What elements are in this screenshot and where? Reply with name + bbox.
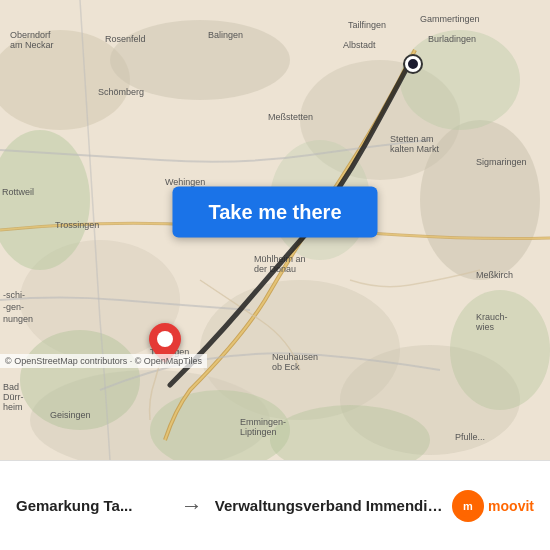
take-me-there-button[interactable]: Take me there bbox=[172, 186, 377, 237]
destination-marker bbox=[405, 56, 421, 72]
svg-text:Pfulle...: Pfulle... bbox=[455, 432, 485, 442]
svg-text:Burladingen: Burladingen bbox=[428, 34, 476, 44]
svg-text:Gammertingen: Gammertingen bbox=[420, 14, 480, 24]
moovit-text: moovit bbox=[488, 498, 534, 514]
svg-text:Bad: Bad bbox=[3, 382, 19, 392]
svg-text:heim: heim bbox=[3, 402, 23, 412]
svg-text:Liptingen: Liptingen bbox=[240, 427, 277, 437]
svg-point-13 bbox=[450, 290, 550, 410]
svg-text:Balingen: Balingen bbox=[208, 30, 243, 40]
svg-text:-schi-: -schi- bbox=[3, 290, 25, 300]
svg-text:wies: wies bbox=[475, 322, 495, 332]
svg-text:Sigmaringen: Sigmaringen bbox=[476, 157, 527, 167]
destination-name: Verwaltungsverband Immending... bbox=[215, 497, 444, 514]
svg-text:Dürr-: Dürr- bbox=[3, 392, 24, 402]
svg-text:Emmingen-: Emmingen- bbox=[240, 417, 286, 427]
origin-name: Gemarkung Ta... bbox=[16, 497, 169, 514]
footer-origin: Gemarkung Ta... bbox=[16, 497, 169, 514]
svg-text:Neuhausen: Neuhausen bbox=[272, 352, 318, 362]
svg-text:Stetten am: Stetten am bbox=[390, 134, 434, 144]
svg-text:Geisingen: Geisingen bbox=[50, 410, 91, 420]
svg-text:Schömberg: Schömberg bbox=[98, 87, 144, 97]
svg-text:m: m bbox=[463, 500, 473, 512]
svg-text:Oberndorf: Oberndorf bbox=[10, 30, 51, 40]
svg-text:Krauch-: Krauch- bbox=[476, 312, 508, 322]
svg-text:-gen-: -gen- bbox=[3, 302, 24, 312]
footer: Gemarkung Ta... → Verwaltungsverband Imm… bbox=[0, 460, 550, 550]
svg-text:Meßkirch: Meßkirch bbox=[476, 270, 513, 280]
svg-text:Trossingen: Trossingen bbox=[55, 220, 99, 230]
moovit-logo: m moovit bbox=[452, 490, 534, 522]
map-container: Oberndorf am Neckar Rosenfeld Balingen T… bbox=[0, 0, 550, 460]
footer-arrow-icon: → bbox=[169, 493, 215, 519]
svg-point-50 bbox=[157, 331, 173, 347]
svg-text:Rosenfeld: Rosenfeld bbox=[105, 34, 146, 44]
svg-text:Tailfingen: Tailfingen bbox=[348, 20, 386, 30]
svg-text:ob Eck: ob Eck bbox=[272, 362, 300, 372]
svg-text:am Neckar: am Neckar bbox=[10, 40, 54, 50]
map-attribution: © OpenStreetMap contributors · © OpenMap… bbox=[0, 354, 207, 368]
footer-destination: Verwaltungsverband Immending... bbox=[215, 497, 444, 514]
moovit-logo-icon: m bbox=[452, 490, 484, 522]
svg-text:Albstadt: Albstadt bbox=[343, 40, 376, 50]
svg-text:Rottweil: Rottweil bbox=[2, 187, 34, 197]
svg-text:kalten Markt: kalten Markt bbox=[390, 144, 440, 154]
svg-text:Meßstetten: Meßstetten bbox=[268, 112, 313, 122]
svg-point-14 bbox=[400, 30, 520, 130]
svg-text:nungen: nungen bbox=[3, 314, 33, 324]
